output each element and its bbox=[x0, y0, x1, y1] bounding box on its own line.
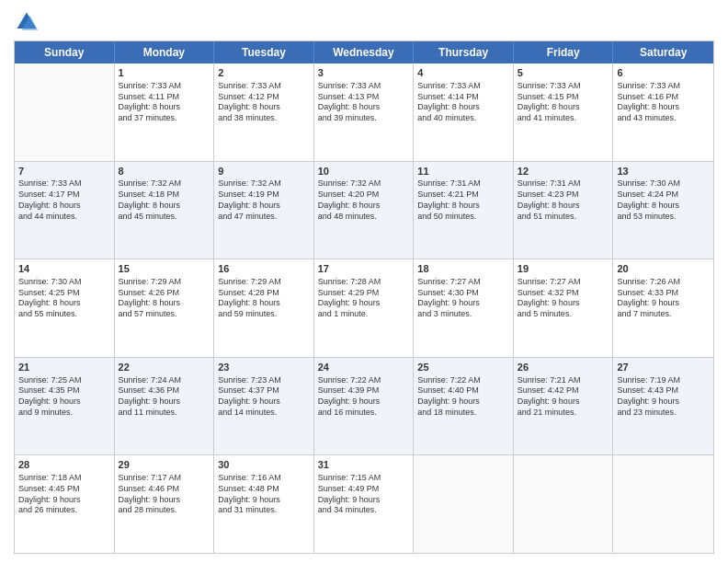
day-number: 27 bbox=[617, 361, 710, 374]
day-number: 20 bbox=[617, 262, 710, 276]
day-info: Sunrise: 7:22 AM Sunset: 4:39 PM Dayligh… bbox=[318, 375, 410, 419]
day-number: 15 bbox=[119, 262, 210, 276]
day-number: 8 bbox=[119, 165, 210, 178]
day-info: Sunrise: 7:17 AM Sunset: 4:46 PM Dayligh… bbox=[119, 473, 210, 516]
cal-cell-day-5: 5Sunrise: 7:33 AM Sunset: 4:15 PM Daylig… bbox=[514, 63, 614, 161]
day-number: 14 bbox=[18, 262, 110, 276]
cal-cell-day-9: 9Sunrise: 7:32 AM Sunset: 4:19 PM Daylig… bbox=[214, 162, 314, 259]
cal-cell-day-14: 14Sunrise: 7:30 AM Sunset: 4:25 PM Dayli… bbox=[15, 259, 115, 357]
day-info: Sunrise: 7:22 AM Sunset: 4:40 PM Dayligh… bbox=[417, 375, 509, 419]
day-info: Sunrise: 7:28 AM Sunset: 4:29 PM Dayligh… bbox=[318, 277, 410, 320]
day-number: 30 bbox=[218, 458, 310, 472]
cal-cell-empty bbox=[15, 63, 115, 161]
cal-cell-day-2: 2Sunrise: 7:33 AM Sunset: 4:12 PM Daylig… bbox=[214, 63, 314, 161]
day-info: Sunrise: 7:31 AM Sunset: 4:21 PM Dayligh… bbox=[417, 178, 509, 222]
day-info: Sunrise: 7:33 AM Sunset: 4:14 PM Dayligh… bbox=[417, 81, 509, 124]
day-info: Sunrise: 7:24 AM Sunset: 4:36 PM Dayligh… bbox=[119, 375, 210, 419]
day-number: 3 bbox=[318, 66, 410, 80]
cal-cell-day-25: 25Sunrise: 7:22 AM Sunset: 4:40 PM Dayli… bbox=[414, 358, 514, 455]
logo-icon bbox=[14, 9, 40, 35]
day-info: Sunrise: 7:26 AM Sunset: 4:33 PM Dayligh… bbox=[617, 277, 710, 320]
day-info: Sunrise: 7:32 AM Sunset: 4:19 PM Dayligh… bbox=[218, 178, 310, 222]
day-number: 29 bbox=[119, 458, 210, 472]
cal-week-2: 14Sunrise: 7:30 AM Sunset: 4:25 PM Dayli… bbox=[15, 259, 713, 358]
day-info: Sunrise: 7:33 AM Sunset: 4:11 PM Dayligh… bbox=[119, 81, 210, 124]
cal-cell-day-19: 19Sunrise: 7:27 AM Sunset: 4:32 PM Dayli… bbox=[514, 259, 614, 357]
day-info: Sunrise: 7:29 AM Sunset: 4:26 PM Dayligh… bbox=[119, 277, 210, 320]
day-number: 28 bbox=[18, 458, 110, 472]
day-number: 26 bbox=[518, 361, 609, 374]
cal-cell-day-3: 3Sunrise: 7:33 AM Sunset: 4:13 PM Daylig… bbox=[314, 63, 415, 161]
day-info: Sunrise: 7:27 AM Sunset: 4:32 PM Dayligh… bbox=[518, 277, 609, 320]
day-info: Sunrise: 7:30 AM Sunset: 4:25 PM Dayligh… bbox=[18, 277, 110, 320]
cal-cell-day-15: 15Sunrise: 7:29 AM Sunset: 4:26 PM Dayli… bbox=[115, 259, 215, 357]
day-number: 22 bbox=[119, 361, 210, 374]
day-number: 25 bbox=[417, 361, 509, 374]
cal-cell-day-1: 1Sunrise: 7:33 AM Sunset: 4:11 PM Daylig… bbox=[115, 63, 215, 161]
day-number: 7 bbox=[18, 165, 110, 178]
cal-cell-empty bbox=[613, 455, 713, 553]
cal-header-sunday: Sunday bbox=[15, 41, 115, 63]
calendar-body: 1Sunrise: 7:33 AM Sunset: 4:11 PM Daylig… bbox=[15, 63, 713, 553]
cal-cell-day-30: 30Sunrise: 7:16 AM Sunset: 4:48 PM Dayli… bbox=[214, 455, 314, 553]
day-number: 5 bbox=[518, 66, 609, 80]
cal-header-saturday: Saturday bbox=[613, 41, 713, 63]
day-info: Sunrise: 7:33 AM Sunset: 4:17 PM Dayligh… bbox=[18, 178, 110, 222]
cal-header-friday: Friday bbox=[514, 41, 614, 63]
header bbox=[14, 9, 714, 35]
cal-cell-day-29: 29Sunrise: 7:17 AM Sunset: 4:46 PM Dayli… bbox=[115, 455, 215, 553]
day-number: 24 bbox=[318, 361, 410, 374]
day-number: 11 bbox=[417, 165, 509, 178]
day-info: Sunrise: 7:32 AM Sunset: 4:18 PM Dayligh… bbox=[119, 178, 210, 222]
cal-cell-empty bbox=[414, 455, 514, 553]
day-number: 12 bbox=[518, 165, 609, 178]
calendar: SundayMondayTuesdayWednesdayThursdayFrid… bbox=[14, 40, 714, 554]
cal-cell-day-8: 8Sunrise: 7:32 AM Sunset: 4:18 PM Daylig… bbox=[115, 162, 215, 259]
cal-cell-day-11: 11Sunrise: 7:31 AM Sunset: 4:21 PM Dayli… bbox=[414, 162, 514, 259]
day-number: 2 bbox=[218, 66, 310, 80]
cal-cell-day-28: 28Sunrise: 7:18 AM Sunset: 4:45 PM Dayli… bbox=[15, 455, 115, 553]
cal-week-0: 1Sunrise: 7:33 AM Sunset: 4:11 PM Daylig… bbox=[15, 63, 713, 162]
day-info: Sunrise: 7:33 AM Sunset: 4:16 PM Dayligh… bbox=[617, 81, 710, 124]
day-number: 21 bbox=[18, 361, 110, 374]
day-info: Sunrise: 7:15 AM Sunset: 4:49 PM Dayligh… bbox=[318, 473, 410, 516]
day-info: Sunrise: 7:32 AM Sunset: 4:20 PM Dayligh… bbox=[318, 178, 410, 222]
cal-header-thursday: Thursday bbox=[414, 41, 514, 63]
day-info: Sunrise: 7:19 AM Sunset: 4:43 PM Dayligh… bbox=[617, 375, 710, 419]
day-info: Sunrise: 7:23 AM Sunset: 4:37 PM Dayligh… bbox=[218, 375, 310, 419]
day-info: Sunrise: 7:29 AM Sunset: 4:28 PM Dayligh… bbox=[218, 277, 310, 320]
cal-cell-day-24: 24Sunrise: 7:22 AM Sunset: 4:39 PM Dayli… bbox=[314, 358, 415, 455]
day-number: 23 bbox=[218, 361, 310, 374]
day-info: Sunrise: 7:33 AM Sunset: 4:13 PM Dayligh… bbox=[318, 81, 410, 124]
day-number: 17 bbox=[318, 262, 410, 276]
day-info: Sunrise: 7:30 AM Sunset: 4:24 PM Dayligh… bbox=[617, 178, 710, 222]
cal-cell-day-13: 13Sunrise: 7:30 AM Sunset: 4:24 PM Dayli… bbox=[613, 162, 713, 259]
day-info: Sunrise: 7:33 AM Sunset: 4:12 PM Dayligh… bbox=[218, 81, 310, 124]
cal-cell-day-7: 7Sunrise: 7:33 AM Sunset: 4:17 PM Daylig… bbox=[15, 162, 115, 259]
day-info: Sunrise: 7:16 AM Sunset: 4:48 PM Dayligh… bbox=[218, 473, 310, 516]
day-number: 18 bbox=[417, 262, 509, 276]
cal-header-monday: Monday bbox=[115, 41, 215, 63]
cal-cell-day-21: 21Sunrise: 7:25 AM Sunset: 4:35 PM Dayli… bbox=[15, 358, 115, 455]
day-info: Sunrise: 7:27 AM Sunset: 4:30 PM Dayligh… bbox=[417, 277, 509, 320]
day-number: 6 bbox=[617, 66, 710, 80]
cal-week-1: 7Sunrise: 7:33 AM Sunset: 4:17 PM Daylig… bbox=[15, 162, 713, 260]
day-number: 16 bbox=[218, 262, 310, 276]
cal-cell-day-22: 22Sunrise: 7:24 AM Sunset: 4:36 PM Dayli… bbox=[115, 358, 215, 455]
calendar-header-row: SundayMondayTuesdayWednesdayThursdayFrid… bbox=[15, 41, 713, 63]
cal-cell-day-17: 17Sunrise: 7:28 AM Sunset: 4:29 PM Dayli… bbox=[314, 259, 415, 357]
cal-cell-day-4: 4Sunrise: 7:33 AM Sunset: 4:14 PM Daylig… bbox=[414, 63, 514, 161]
day-number: 9 bbox=[218, 165, 310, 178]
day-info: Sunrise: 7:18 AM Sunset: 4:45 PM Dayligh… bbox=[18, 473, 110, 516]
cal-week-3: 21Sunrise: 7:25 AM Sunset: 4:35 PM Dayli… bbox=[15, 358, 713, 456]
logo bbox=[14, 9, 43, 35]
cal-cell-day-16: 16Sunrise: 7:29 AM Sunset: 4:28 PM Dayli… bbox=[214, 259, 314, 357]
cal-cell-day-27: 27Sunrise: 7:19 AM Sunset: 4:43 PM Dayli… bbox=[613, 358, 713, 455]
cal-cell-day-26: 26Sunrise: 7:21 AM Sunset: 4:42 PM Dayli… bbox=[514, 358, 614, 455]
day-number: 10 bbox=[318, 165, 410, 178]
day-info: Sunrise: 7:21 AM Sunset: 4:42 PM Dayligh… bbox=[518, 375, 609, 419]
cal-header-wednesday: Wednesday bbox=[314, 41, 415, 63]
day-number: 4 bbox=[417, 66, 509, 80]
cal-cell-day-23: 23Sunrise: 7:23 AM Sunset: 4:37 PM Dayli… bbox=[214, 358, 314, 455]
day-number: 31 bbox=[318, 458, 410, 472]
